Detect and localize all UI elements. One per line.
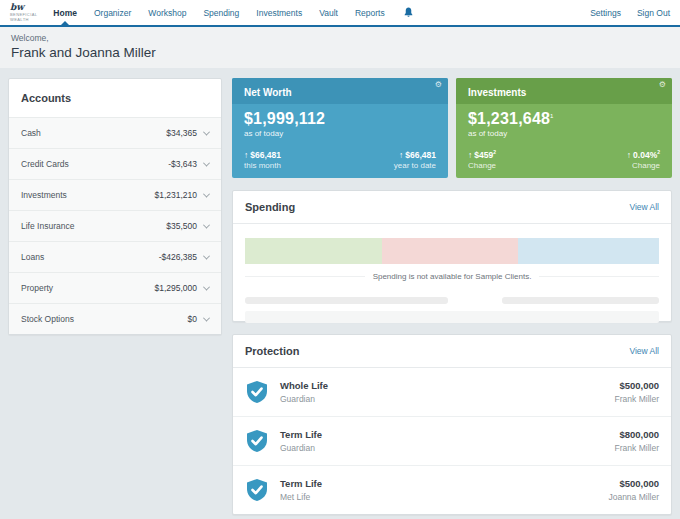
gear-icon[interactable]: ⚙ xyxy=(659,80,666,89)
net-worth-stat-ytd: ↑$66,481 year to date xyxy=(394,150,436,170)
primary-nav: Home Organizer Workshop Spending Investm… xyxy=(53,0,384,25)
chevron-down-icon[interactable] xyxy=(203,314,210,321)
protection-row-term-life-2[interactable]: Term Life Met Life $500,000 Joanna Mille… xyxy=(233,465,671,514)
account-label: Cash xyxy=(21,128,41,138)
investments-title: Investments xyxy=(468,87,526,98)
nav-item-investments[interactable]: Investments xyxy=(256,0,302,25)
policy-amount: $800,000 xyxy=(615,429,659,440)
chevron-down-icon[interactable] xyxy=(203,252,210,259)
chevron-down-icon[interactable] xyxy=(203,159,210,166)
investments-asof: as of today xyxy=(456,128,672,138)
policy-amount: $500,000 xyxy=(608,478,659,489)
nav-item-spending[interactable]: Spending xyxy=(203,0,239,25)
spending-unavailable-message: Spending is not available for Sample Cli… xyxy=(365,272,540,281)
arrow-up-icon: ↑ xyxy=(399,150,403,160)
account-value: $0 xyxy=(188,314,197,324)
account-row-life-insurance[interactable]: Life Insurance $35,500 xyxy=(9,210,221,241)
protection-row-term-life-1[interactable]: Term Life Guardian $800,000 Frank Miller xyxy=(233,416,671,465)
policy-type: Term Life xyxy=(280,478,322,489)
policy-type: Term Life xyxy=(280,429,322,440)
nav-item-vault[interactable]: Vault xyxy=(319,0,338,25)
accounts-title: Accounts xyxy=(9,79,221,117)
settings-link[interactable]: Settings xyxy=(590,8,621,18)
brand-mark: bw xyxy=(10,3,37,12)
account-value: $1,231,210 xyxy=(154,190,197,200)
policy-type: Whole Life xyxy=(280,380,328,391)
welcome-banner: Welcome, Frank and Joanna Miller xyxy=(0,27,680,68)
dashboard-column: Net Worth ⚙ $1,999,112 as of today ↑$66,… xyxy=(232,78,672,515)
account-row-credit-cards[interactable]: Credit Cards -$3,643 xyxy=(9,148,221,179)
protection-row-whole-life[interactable]: Whole Life Guardian $500,000 Frank Mille… xyxy=(233,368,671,416)
protection-title: Protection xyxy=(245,345,299,357)
chevron-down-icon[interactable] xyxy=(203,128,210,135)
account-row-cash[interactable]: Cash $34,365 xyxy=(9,117,221,148)
investments-card: Investments ⚙ $1,231,6481 as of today ↑$… xyxy=(456,78,672,178)
policy-person: Frank Miller xyxy=(615,394,659,404)
sign-out-link[interactable]: Sign Out xyxy=(637,8,670,18)
account-row-investments[interactable]: Investments $1,231,210 xyxy=(9,179,221,210)
account-row-property[interactable]: Property $1,295,000 xyxy=(9,272,221,303)
account-row-stock-options[interactable]: Stock Options $0 xyxy=(9,303,221,334)
shield-check-icon xyxy=(245,429,269,453)
net-worth-title: Net Worth xyxy=(244,87,292,98)
accounts-panel: Accounts Cash $34,365 Credit Cards -$3,6… xyxy=(8,78,222,335)
spending-panel: Spending View All Spending is not availa… xyxy=(232,190,672,322)
chevron-down-icon[interactable] xyxy=(203,283,210,290)
spending-placeholder-bar xyxy=(245,311,659,323)
account-label: Property xyxy=(21,283,53,293)
notifications-bell-icon[interactable] xyxy=(403,0,414,25)
secondary-nav: Settings Sign Out xyxy=(590,0,670,25)
account-label: Credit Cards xyxy=(21,159,69,169)
policy-provider: Guardian xyxy=(280,394,328,404)
net-worth-value: $1,999,112 xyxy=(232,104,448,128)
investments-stat-change-pct: ↑0.04%2 Change xyxy=(627,149,660,170)
client-name: Frank and Joanna Miller xyxy=(11,45,669,60)
footnote-marker: 2 xyxy=(493,149,496,155)
nav-item-home[interactable]: Home xyxy=(53,0,77,25)
account-label: Stock Options xyxy=(21,314,74,324)
footnote-marker: 2 xyxy=(657,149,660,155)
policy-person: Joanna Miller xyxy=(608,492,659,502)
shield-check-icon xyxy=(245,478,269,502)
spending-bar-red-segment xyxy=(382,238,519,264)
brand-logo[interactable]: bw BENEFICIAL WEALTH xyxy=(10,0,37,25)
shield-check-icon xyxy=(245,380,269,404)
nav-item-organizer[interactable]: Organizer xyxy=(94,0,131,25)
investments-value: $1,231,6481 xyxy=(456,104,672,128)
arrow-up-icon: ↑ xyxy=(244,150,248,160)
gear-icon[interactable]: ⚙ xyxy=(435,80,442,89)
account-value: $35,500 xyxy=(166,221,197,231)
account-value: $34,365 xyxy=(166,128,197,138)
spending-stacked-bar xyxy=(245,238,659,264)
account-label: Loans xyxy=(21,252,44,262)
account-label: Life Insurance xyxy=(21,221,74,231)
policy-provider: Guardian xyxy=(280,443,322,453)
net-worth-asof: as of today xyxy=(232,128,448,138)
protection-panel: Protection View All Whole Life Guardian … xyxy=(232,334,672,515)
net-worth-stat-month: ↑$66,481 this month xyxy=(244,150,281,170)
nav-item-reports[interactable]: Reports xyxy=(355,0,385,25)
spending-bar-green-segment xyxy=(245,238,382,264)
arrow-up-icon: ↑ xyxy=(627,150,631,160)
policy-amount: $500,000 xyxy=(615,380,659,391)
top-navigation: bw BENEFICIAL WEALTH Home Organizer Work… xyxy=(0,0,680,27)
policy-person: Frank Miller xyxy=(615,443,659,453)
protection-view-all-link[interactable]: View All xyxy=(629,346,659,356)
chevron-down-icon[interactable] xyxy=(203,221,210,228)
net-worth-card: Net Worth ⚙ $1,999,112 as of today ↑$66,… xyxy=(232,78,448,178)
account-value: $1,295,000 xyxy=(154,283,197,293)
spending-view-all-link[interactable]: View All xyxy=(629,202,659,212)
spending-title: Spending xyxy=(245,201,295,213)
arrow-up-icon: ↑ xyxy=(468,150,472,160)
account-value: -$3,643 xyxy=(168,159,197,169)
policy-provider: Met Life xyxy=(280,492,322,502)
account-row-loans[interactable]: Loans -$426,385 xyxy=(9,241,221,272)
footnote-marker: 1 xyxy=(550,113,554,119)
brand-name-line2: WEALTH xyxy=(10,18,37,22)
main-content: Accounts Cash $34,365 Credit Cards -$3,6… xyxy=(0,68,680,519)
nav-item-workshop[interactable]: Workshop xyxy=(148,0,186,25)
account-value: -$426,385 xyxy=(159,252,197,262)
spending-bar-blue-segment xyxy=(518,238,659,264)
investments-stat-change: ↑$4592 Change xyxy=(468,149,496,170)
chevron-down-icon[interactable] xyxy=(203,190,210,197)
